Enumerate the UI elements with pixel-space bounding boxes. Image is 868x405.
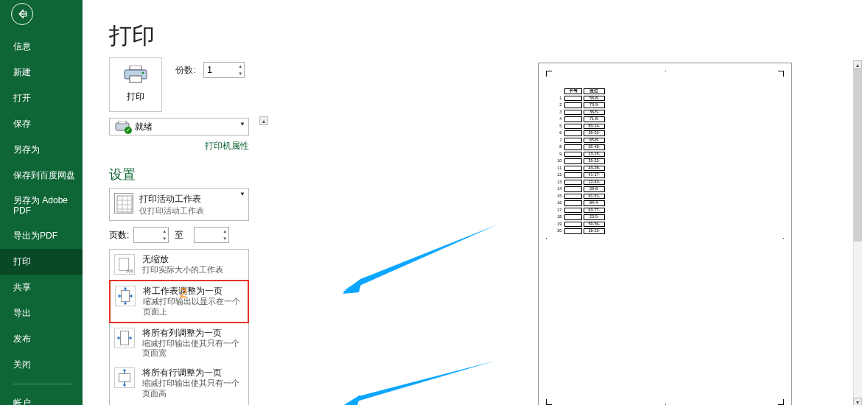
scaling-item-title: 无缩放 bbox=[142, 254, 223, 265]
nav-save-baidu[interactable]: 保存到百度网盘 bbox=[0, 163, 83, 189]
crop-mark bbox=[546, 399, 552, 405]
svg-rect-9 bbox=[117, 196, 132, 212]
copies-spinner[interactable]: ▲ ▼ bbox=[203, 62, 245, 78]
nav-info[interactable]: 信息 bbox=[0, 34, 83, 60]
no-scaling-icon: 100 bbox=[114, 254, 135, 275]
scaling-fit-rows[interactable]: 将所有行调整为一页 缩减打印输出使其只有一个页面高 bbox=[110, 363, 248, 404]
spin-down[interactable]: ▼ bbox=[161, 235, 168, 242]
crop-mark bbox=[778, 71, 784, 77]
nav-save[interactable]: 保存 bbox=[0, 111, 83, 137]
nav-publish[interactable]: 发布 bbox=[0, 326, 83, 352]
scaling-item-title: 将工作表调整为一页 bbox=[143, 286, 243, 297]
print-preview-area: ▲ ▼ 卡号座位1 56-8-2 73-9-3 36-5-4 71-8-5 83… bbox=[523, 57, 862, 405]
nav-open[interactable]: 打开 bbox=[0, 85, 83, 111]
svg-rect-18 bbox=[119, 373, 130, 381]
printer-status-icon: ✓ bbox=[114, 121, 130, 133]
scaling-item-subtitle: 缩减打印输出以显示在一个页面上 bbox=[143, 297, 243, 317]
svg-rect-8 bbox=[119, 121, 126, 124]
scaling-no-scaling[interactable]: 100 无缩放 打印实际大小的工作表 bbox=[110, 250, 248, 280]
nav-export-pdf[interactable]: 导出为PDF bbox=[0, 223, 83, 249]
svg-rect-5 bbox=[130, 76, 141, 82]
svg-rect-3 bbox=[130, 66, 141, 70]
fit-columns-icon bbox=[114, 328, 135, 348]
nav-save-adobe-pdf[interactable]: 另存为 Adobe PDF bbox=[0, 189, 83, 223]
printer-status-text: 就绪 bbox=[135, 121, 244, 133]
back-arrow-icon bbox=[15, 7, 29, 21]
print-button-label: 打印 bbox=[110, 91, 161, 103]
crop-mark bbox=[665, 401, 666, 405]
crop-mark bbox=[546, 71, 552, 77]
printer-ready-check-icon: ✓ bbox=[125, 127, 132, 134]
print-button[interactable]: 打印 bbox=[109, 57, 162, 112]
crop-mark bbox=[780, 238, 784, 239]
nav-save-as[interactable]: 另存为 bbox=[0, 137, 83, 163]
fit-sheet-icon bbox=[115, 286, 136, 306]
spin-up[interactable]: ▲ bbox=[161, 228, 168, 235]
annotation-arrow-2 bbox=[344, 361, 495, 405]
nav-divider bbox=[13, 384, 72, 384]
dropdown-caret-icon: ▼ bbox=[239, 121, 245, 127]
print-what-dropdown[interactable]: 打印活动工作表 仅打印活动工作表 ▼ bbox=[109, 188, 249, 221]
page-preview: 卡号座位1 56-8-2 73-9-3 36-5-4 71-8-5 83-14-… bbox=[538, 63, 792, 405]
annotation-arrow-1 bbox=[343, 225, 497, 295]
scaling-dropdown-list: 100 无缩放 打印实际大小的工作表 将工作表调整为一页 缩减打印输出以显示在一… bbox=[109, 249, 249, 405]
svg-marker-20 bbox=[343, 225, 497, 292]
preview-scroll-down[interactable]: ▼ bbox=[853, 398, 862, 405]
svg-rect-16 bbox=[121, 291, 129, 302]
copies-spin-down[interactable]: ▼ bbox=[237, 70, 244, 77]
spin-down[interactable]: ▼ bbox=[221, 235, 228, 242]
dropdown-caret-icon: ▼ bbox=[239, 191, 245, 197]
print-what-title: 打印活动工作表 bbox=[139, 193, 204, 205]
preview-scroll-thumb[interactable] bbox=[853, 69, 862, 242]
backstage-sidebar: 信息 新建 打开 保存 另存为 保存到百度网盘 另存为 Adobe PDF 导出… bbox=[0, 0, 83, 405]
scaling-item-title: 将所有列调整为一页 bbox=[142, 328, 244, 339]
svg-marker-19 bbox=[343, 225, 497, 292]
nav-export[interactable]: 导出 bbox=[0, 300, 83, 326]
copies-input[interactable] bbox=[204, 63, 237, 77]
spin-up[interactable]: ▲ bbox=[221, 228, 228, 235]
settings-heading: 设置 bbox=[109, 166, 337, 183]
page-title: 打印 bbox=[109, 21, 868, 52]
scaling-item-subtitle: 缩减打印输出使其只有一个页面宽 bbox=[142, 339, 244, 359]
nav-account[interactable]: 帐户 bbox=[0, 390, 83, 405]
annotation-number-2: 2 bbox=[180, 286, 187, 301]
crop-mark bbox=[665, 71, 666, 75]
copies-label: 份数: bbox=[175, 65, 195, 75]
page-to-spinner[interactable]: ▲▼ bbox=[194, 227, 229, 243]
printer-select[interactable]: ✓ 就绪 ▼ bbox=[109, 118, 249, 135]
svg-rect-17 bbox=[120, 331, 128, 345]
back-button[interactable] bbox=[11, 3, 33, 25]
scaling-item-title: 将所有行调整为一页 bbox=[142, 367, 244, 378]
active-sheets-icon bbox=[114, 193, 133, 214]
page-from-spinner[interactable]: ▲▼ bbox=[133, 227, 169, 243]
page-range-label: 页数: bbox=[109, 229, 129, 242]
scaling-fit-sheet[interactable]: 将工作表调整为一页 缩减打印输出以显示在一个页面上 bbox=[109, 280, 249, 323]
fit-rows-icon bbox=[114, 367, 135, 388]
page-range-row: 页数: ▲▼ 至 ▲▼ bbox=[109, 227, 337, 243]
preview-scroll-up[interactable]: ▲ bbox=[853, 60, 862, 69]
svg-point-6 bbox=[142, 72, 144, 74]
crop-mark bbox=[778, 399, 784, 405]
printer-properties-link[interactable]: 打印机属性 bbox=[205, 141, 249, 151]
nav-close[interactable]: 关闭 bbox=[0, 352, 83, 378]
nav-print[interactable]: 打印 bbox=[0, 249, 83, 275]
settings-scroll-up[interactable]: ▲ bbox=[259, 116, 268, 125]
preview-scrollbar[interactable]: ▲ ▼ bbox=[853, 60, 862, 405]
printer-icon bbox=[123, 66, 148, 83]
copies-spin-up[interactable]: ▲ bbox=[237, 63, 244, 70]
nav-new[interactable]: 新建 bbox=[0, 60, 83, 85]
crop-mark bbox=[546, 238, 550, 239]
print-what-subtitle: 仅打印活动工作表 bbox=[139, 205, 204, 216]
preview-table: 卡号座位1 56-8-2 73-9-3 36-5-4 71-8-5 83-14-… bbox=[552, 87, 606, 236]
scaling-fit-columns[interactable]: 将所有列调整为一页 缩减打印输出使其只有一个页面宽 bbox=[110, 323, 248, 364]
scaling-item-subtitle: 打印实际大小的工作表 bbox=[142, 265, 223, 275]
scale-100-label: 100 bbox=[126, 269, 133, 273]
nav-share[interactable]: 共享 bbox=[0, 275, 83, 300]
page-range-to-label: 至 bbox=[175, 229, 183, 242]
scaling-item-subtitle: 缩减打印输出使其只有一个页面高 bbox=[142, 378, 244, 399]
